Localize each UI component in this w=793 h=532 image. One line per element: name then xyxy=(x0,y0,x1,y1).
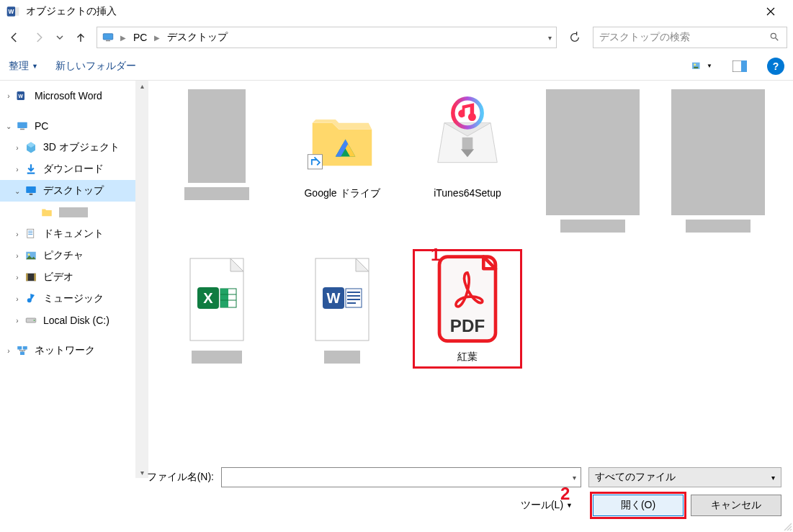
chevron-right-icon[interactable]: › xyxy=(4,347,13,355)
filename-label: ファイル名(N): xyxy=(147,471,214,484)
chevron-right-icon: ▶ xyxy=(119,34,127,42)
tree-pictures[interactable]: › ピクチャ xyxy=(0,245,135,266)
file-item-pdf[interactable]: PDF 紅葉 xyxy=(413,250,521,368)
chevron-down-icon[interactable]: ⌄ xyxy=(4,122,13,130)
tree-3d-objects[interactable]: › 3D オブジェクト xyxy=(0,137,135,158)
svg-rect-17 xyxy=(30,194,33,195)
recent-dropdown[interactable] xyxy=(55,29,65,46)
word-file-icon: W xyxy=(295,253,389,346)
tree-local-disk[interactable]: › Local Disk (C:) xyxy=(0,310,135,331)
svg-rect-33 xyxy=(462,137,473,150)
svg-text:W: W xyxy=(327,290,341,306)
file-item-itunes[interactable]: iTunes64Setup xyxy=(413,86,521,235)
tree-label: ビデオ xyxy=(43,271,73,284)
svg-rect-13 xyxy=(17,122,27,128)
tree-network[interactable]: › ネットワーク xyxy=(0,340,135,361)
new-folder-button[interactable]: 新しいフォルダー xyxy=(55,60,136,73)
tree-hidden-folder[interactable] xyxy=(0,202,135,223)
close-button[interactable] xyxy=(754,0,787,23)
tree-label: Microsoft Word xyxy=(35,90,102,102)
installer-icon xyxy=(421,89,514,183)
resize-grip-icon[interactable] xyxy=(781,520,792,531)
search-box[interactable]: デスクトップの検索 xyxy=(593,27,787,48)
objects-3d-icon xyxy=(24,141,37,154)
file-item-redacted-2[interactable] xyxy=(539,86,647,235)
download-icon xyxy=(24,163,37,176)
new-folder-label: 新しいフォルダー xyxy=(55,60,136,73)
search-placeholder: デスクトップの検索 xyxy=(599,31,769,44)
tree-videos[interactable]: › ビデオ xyxy=(0,266,135,288)
dialog-body: › W Microsoft Word ⌄ PC › 3D オブジェクト › ダウ… xyxy=(0,81,793,478)
tree-label: 3D オブジェクト xyxy=(43,141,120,154)
chevron-right-icon[interactable]: › xyxy=(13,317,22,325)
up-button[interactable] xyxy=(72,29,89,46)
scroll-up-icon[interactable]: ▴ xyxy=(140,82,144,90)
svg-point-23 xyxy=(28,253,30,256)
help-button[interactable]: ? xyxy=(767,58,784,75)
cancel-button[interactable]: キャンセル xyxy=(691,495,781,516)
file-label: iTunes64Setup xyxy=(434,187,501,202)
chevron-down-icon[interactable]: ▾ xyxy=(573,474,576,482)
tools-label: ツール(L) xyxy=(521,499,563,512)
refresh-button[interactable] xyxy=(564,27,586,48)
file-item-redacted-1[interactable] xyxy=(163,86,271,235)
svg-rect-31 xyxy=(20,352,24,356)
tree-word[interactable]: › W Microsoft Word xyxy=(0,85,135,107)
excel-file-icon: X xyxy=(170,253,264,346)
address-dropdown-icon[interactable]: ▾ xyxy=(548,34,552,42)
tree-music[interactable]: › ミュージック xyxy=(0,288,135,310)
svg-rect-47 xyxy=(347,295,360,297)
chevron-right-icon[interactable]: › xyxy=(13,252,22,260)
pictures-icon xyxy=(24,249,37,262)
preview-pane-button[interactable] xyxy=(730,58,750,75)
sidebar-scrollbar[interactable]: ▴ ▾ xyxy=(135,81,148,478)
videos-icon xyxy=(24,271,37,284)
chevron-right-icon[interactable]: › xyxy=(13,166,22,173)
breadcrumb-pc[interactable]: PC xyxy=(132,30,148,45)
svg-rect-16 xyxy=(26,186,36,193)
back-button[interactable] xyxy=(6,29,23,46)
svg-rect-25 xyxy=(26,274,27,281)
svg-rect-15 xyxy=(27,173,35,174)
network-icon xyxy=(16,344,29,357)
redacted-label xyxy=(324,351,360,364)
chevron-right-icon[interactable]: › xyxy=(13,274,22,281)
file-item-redacted-3[interactable] xyxy=(664,86,772,235)
filename-input[interactable]: ▾ xyxy=(221,467,581,487)
file-item-excel[interactable]: X xyxy=(163,250,271,368)
tree-downloads[interactable]: › ダウンロード xyxy=(0,158,135,180)
chevron-right-icon[interactable]: › xyxy=(13,295,22,303)
svg-rect-48 xyxy=(347,299,360,300)
svg-rect-29 xyxy=(17,346,22,350)
svg-rect-49 xyxy=(347,302,356,304)
svg-rect-46 xyxy=(347,292,360,293)
chevron-right-icon[interactable]: › xyxy=(4,92,13,100)
view-mode-button[interactable]: ▼ xyxy=(692,58,712,75)
file-list: Google ドライブ iTunes64Setup xyxy=(148,81,793,478)
redacted-label xyxy=(59,207,88,217)
organize-button[interactable]: 整理 ▼ xyxy=(9,60,38,73)
svg-text:PDF: PDF xyxy=(450,316,485,335)
chevron-down-icon: ▼ xyxy=(32,63,38,70)
forward-button[interactable] xyxy=(30,29,48,46)
word-app-icon: W xyxy=(6,4,20,19)
tree-documents[interactable]: › ドキュメント xyxy=(0,223,135,245)
tree-desktop[interactable]: ⌄ デスクトップ xyxy=(0,180,135,202)
svg-rect-20 xyxy=(28,233,32,233)
open-button[interactable]: 開く(O) xyxy=(593,495,684,516)
pdf-file-icon: PDF xyxy=(421,253,514,346)
folder-tree: › W Microsoft Word ⌄ PC › 3D オブジェクト › ダウ… xyxy=(0,81,135,478)
file-item-google-drive[interactable]: Google ドライブ xyxy=(288,86,396,235)
chevron-right-icon[interactable]: › xyxy=(13,230,22,238)
svg-text:X: X xyxy=(203,290,213,306)
file-type-filter[interactable]: すべてのファイル ▾ xyxy=(588,467,781,487)
address-bar[interactable]: ▶ PC ▶ デスクトップ ▾ xyxy=(97,27,557,48)
file-item-word[interactable]: W xyxy=(288,250,396,368)
svg-text:W: W xyxy=(19,94,24,99)
chevron-right-icon[interactable]: › xyxy=(13,144,22,152)
tree-pc[interactable]: ⌄ PC xyxy=(0,115,135,137)
breadcrumb-desktop[interactable]: デスクトップ xyxy=(166,30,229,45)
chevron-down-icon[interactable]: ⌄ xyxy=(13,187,22,195)
cancel-label: キャンセル xyxy=(711,499,761,510)
pc-icon xyxy=(16,120,29,132)
